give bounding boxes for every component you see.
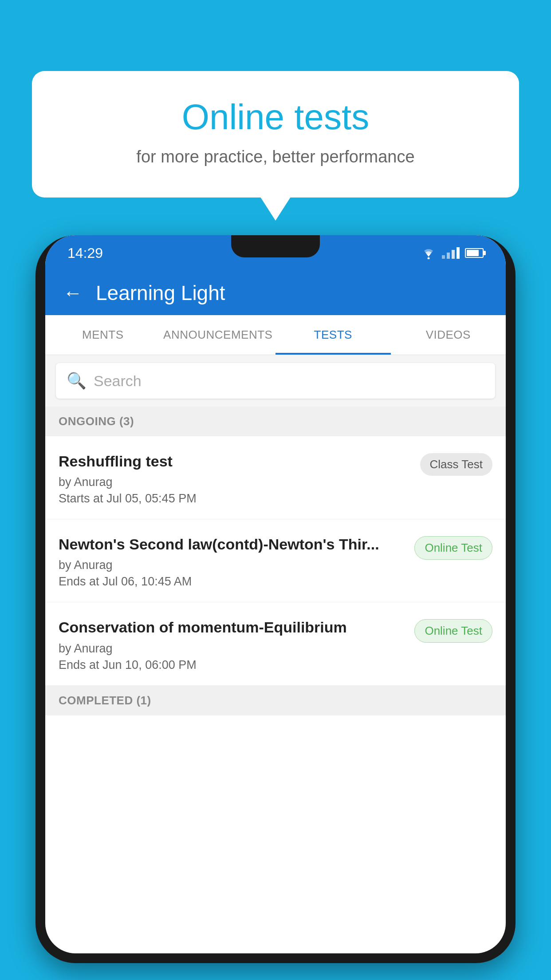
ongoing-section-header: ONGOING (3)	[45, 407, 506, 436]
signal-icon	[442, 247, 460, 259]
tab-bar: MENTS ANNOUNCEMENTS TESTS VIDEOS	[45, 315, 506, 355]
tab-ments[interactable]: MENTS	[45, 315, 161, 355]
phone-frame: 14:29	[35, 235, 516, 963]
test-badge-3: Online Test	[414, 619, 492, 643]
test-by-3: by Anurag	[59, 642, 407, 656]
phone-screen: 14:29	[45, 235, 506, 953]
test-info-2: Newton's Second law(contd)-Newton's Thir…	[59, 534, 407, 589]
svg-point-0	[428, 257, 430, 260]
search-bar[interactable]: 🔍 Search	[56, 363, 495, 399]
wifi-icon	[421, 247, 437, 259]
test-list: Reshuffling test by Anurag Starts at Jul…	[45, 436, 506, 686]
test-info-3: Conservation of momentum-Equilibrium by …	[59, 617, 407, 672]
test-name-1: Reshuffling test	[59, 451, 413, 471]
bubble-subtitle: for more practice, better performance	[54, 147, 497, 166]
test-item[interactable]: Reshuffling test by Anurag Starts at Jul…	[45, 436, 506, 519]
test-item[interactable]: Newton's Second law(contd)-Newton's Thir…	[45, 519, 506, 602]
status-time: 14:29	[67, 245, 103, 261]
test-item[interactable]: Conservation of momentum-Equilibrium by …	[45, 602, 506, 685]
phone-container: 14:29	[35, 235, 516, 980]
test-by-1: by Anurag	[59, 475, 413, 489]
tab-announcements[interactable]: ANNOUNCEMENTS	[161, 315, 276, 355]
test-name-2: Newton's Second law(contd)-Newton's Thir…	[59, 534, 407, 554]
app-header: ← Learning Light	[45, 271, 506, 315]
test-badge-2: Online Test	[414, 536, 492, 560]
bubble-title: Online tests	[54, 98, 497, 137]
speech-bubble: Online tests for more practice, better p…	[32, 71, 519, 198]
test-time-1: Starts at Jul 05, 05:45 PM	[59, 492, 413, 506]
test-by-2: by Anurag	[59, 558, 407, 572]
test-time-3: Ends at Jun 10, 06:00 PM	[59, 658, 407, 672]
tab-tests[interactable]: TESTS	[276, 315, 391, 355]
completed-section-header: COMPLETED (1)	[45, 686, 506, 715]
test-time-2: Ends at Jul 06, 10:45 AM	[59, 575, 407, 589]
search-container: 🔍 Search	[45, 355, 506, 407]
battery-icon	[465, 248, 484, 258]
phone-notch	[231, 235, 320, 257]
test-badge-1: Class Test	[420, 453, 492, 476]
tab-videos[interactable]: VIDEOS	[391, 315, 506, 355]
app-title: Learning Light	[96, 281, 225, 305]
status-icons	[421, 247, 484, 259]
search-icon: 🔍	[67, 371, 87, 390]
test-info-1: Reshuffling test by Anurag Starts at Jul…	[59, 451, 413, 506]
back-button[interactable]: ←	[63, 282, 83, 304]
test-name-3: Conservation of momentum-Equilibrium	[59, 617, 407, 637]
search-placeholder: Search	[94, 372, 142, 390]
